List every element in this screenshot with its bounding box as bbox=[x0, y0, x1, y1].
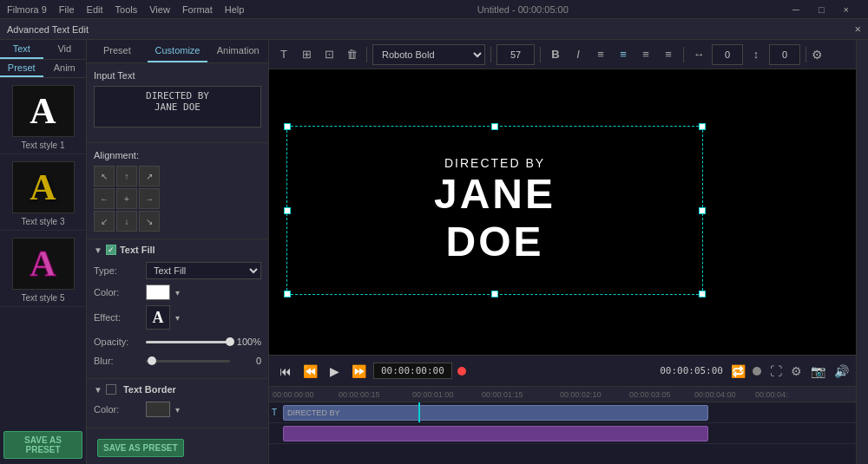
playback-dot bbox=[753, 367, 761, 376]
handle-ml[interactable] bbox=[284, 207, 291, 214]
settings-icon[interactable]: ⚙ bbox=[812, 48, 823, 62]
font-size-input[interactable] bbox=[496, 44, 535, 65]
timeline-ruler: 00:00:00:00 00:00:00:15 00:00:01:00 00:0… bbox=[269, 387, 856, 402]
spacing-icon[interactable]: ↔ bbox=[689, 45, 708, 64]
crop-icon[interactable]: ⊡ bbox=[319, 45, 339, 64]
handle-tl[interactable] bbox=[284, 123, 291, 130]
line-height-input[interactable]: 0 bbox=[769, 44, 800, 65]
align-bot-center[interactable]: ↓ bbox=[116, 211, 137, 232]
line-height-icon[interactable]: ↕ bbox=[746, 45, 766, 64]
menu-item-file[interactable]: File bbox=[59, 4, 75, 15]
camera-icon[interactable]: 📷 bbox=[811, 364, 825, 378]
align-mid-right[interactable]: → bbox=[139, 188, 160, 209]
transform-icon[interactable]: ⊞ bbox=[297, 45, 316, 64]
volume-icon[interactable]: 🔊 bbox=[834, 364, 849, 378]
border-color-dropdown-arrow[interactable]: ▾ bbox=[175, 405, 180, 415]
window-minimize[interactable]: ─ bbox=[792, 4, 799, 15]
blur-label: Blur: bbox=[94, 356, 146, 366]
text-tool-icon[interactable]: T bbox=[274, 45, 293, 64]
blur-value: 0 bbox=[230, 356, 261, 366]
justify-icon[interactable]: ≡ bbox=[659, 45, 678, 64]
menu-item-tools[interactable]: Tools bbox=[115, 4, 138, 15]
handle-tc[interactable] bbox=[491, 123, 498, 130]
align-top-left[interactable]: ↖ bbox=[94, 166, 115, 186]
tab-animation[interactable]: Animation bbox=[207, 40, 268, 62]
effect-dropdown-arrow[interactable]: ▾ bbox=[175, 313, 180, 323]
ruler-tick-6: 00:00:04:00 bbox=[694, 390, 736, 399]
handle-bl[interactable] bbox=[284, 291, 291, 297]
align-left-icon[interactable]: ≡ bbox=[591, 45, 610, 64]
text-clip[interactable]: DIRECTED BY bbox=[283, 405, 708, 421]
align-center-icon[interactable]: ≡ bbox=[614, 45, 633, 64]
color-swatch[interactable] bbox=[146, 284, 170, 300]
bold-button[interactable]: B bbox=[546, 45, 565, 64]
left-tab-bar: Text Vid bbox=[0, 40, 86, 60]
text-fill-checkbox[interactable] bbox=[106, 245, 116, 255]
step-forward-button[interactable]: ⏩ bbox=[349, 362, 368, 381]
advanced-text-edit-bar: Advanced Text Edit × bbox=[0, 19, 868, 40]
track-type-label: T bbox=[269, 408, 279, 417]
align-mid-center[interactable]: + bbox=[116, 188, 137, 209]
effect-preview[interactable]: A bbox=[146, 305, 170, 330]
handle-bc[interactable] bbox=[491, 291, 498, 297]
input-text-field[interactable]: DIRECTED BY JANE DOE bbox=[94, 86, 261, 127]
border-color-swatch[interactable] bbox=[146, 402, 170, 417]
menu-item-format[interactable]: Format bbox=[182, 4, 213, 15]
letter-spacing-input[interactable]: 0 bbox=[712, 44, 743, 65]
ruler-tick-7: 00:00:04: bbox=[755, 390, 788, 399]
text-border-checkbox[interactable] bbox=[106, 384, 116, 395]
settings2-icon[interactable]: ⚙ bbox=[791, 364, 802, 378]
tab-vid[interactable]: Vid bbox=[43, 40, 87, 59]
style-item-1[interactable]: A Text style 1 bbox=[0, 78, 86, 154]
tab-text[interactable]: Text bbox=[0, 40, 43, 59]
loop-button[interactable]: 🔁 bbox=[728, 362, 747, 381]
alignment-grid: ↖ ↑ ↗ ← + → ↙ ↓ ↘ bbox=[94, 166, 261, 232]
blur-slider[interactable] bbox=[146, 354, 230, 368]
color-dropdown-arrow[interactable]: ▾ bbox=[175, 288, 180, 297]
type-select[interactable]: Text Fill bbox=[146, 262, 261, 279]
handle-mr[interactable] bbox=[699, 207, 706, 214]
text-selection-box[interactable]: DIRECTED BY JANE DOE bbox=[286, 126, 703, 295]
skip-back-button[interactable]: ⏮ bbox=[276, 362, 295, 381]
style-item-3[interactable]: A Text style 3 bbox=[0, 154, 86, 231]
align-bot-left[interactable]: ↙ bbox=[94, 211, 115, 232]
handle-br[interactable] bbox=[699, 291, 706, 297]
text-fill-header[interactable]: ▼ Text Fill bbox=[94, 245, 261, 255]
subtab-preset[interactable]: Preset bbox=[0, 60, 43, 77]
align-bot-right[interactable]: ↘ bbox=[139, 211, 160, 232]
save-as-preset-button[interactable]: SAVE AS PRESET bbox=[3, 431, 82, 459]
fullscreen-icon[interactable]: ⛶ bbox=[770, 364, 782, 378]
step-back-button[interactable]: ⏪ bbox=[300, 362, 319, 381]
menu-item-view[interactable]: View bbox=[149, 4, 170, 15]
italic-button[interactable]: I bbox=[569, 45, 588, 64]
align-mid-left[interactable]: ← bbox=[94, 188, 115, 209]
delete-icon[interactable]: 🗑 bbox=[342, 45, 361, 64]
play-button[interactable]: ▶ bbox=[325, 362, 344, 381]
window-maximize[interactable]: □ bbox=[819, 4, 825, 15]
menu-item-filmora[interactable]: Filmora 9 bbox=[7, 4, 47, 15]
blur-thumb[interactable] bbox=[148, 356, 156, 365]
opacity-row: Opacity: 100% bbox=[94, 335, 261, 349]
effect-label: Effect: bbox=[94, 312, 146, 323]
style-item-5[interactable]: A Text style 5 bbox=[0, 231, 86, 307]
title-bar-text: Untitled - 00:00:05:00 bbox=[256, 4, 789, 15]
toolbar-separator-4 bbox=[683, 47, 684, 62]
menu-item-edit[interactable]: Edit bbox=[87, 4, 103, 15]
align-top-center[interactable]: ↑ bbox=[116, 166, 137, 186]
opacity-thumb[interactable] bbox=[226, 337, 234, 346]
purple-clip[interactable] bbox=[283, 426, 708, 441]
window-close[interactable]: × bbox=[844, 4, 849, 15]
menu-item-help[interactable]: Help bbox=[225, 4, 245, 15]
font-family-select[interactable]: Roboto Bold bbox=[372, 44, 485, 65]
handle-tr[interactable] bbox=[699, 123, 706, 130]
subtab-anim[interactable]: Anim bbox=[43, 60, 87, 77]
adv-close-button[interactable]: × bbox=[854, 23, 861, 36]
style-label-5: Text style 5 bbox=[21, 293, 64, 303]
text-border-header[interactable]: ▼ Text Border bbox=[94, 384, 261, 395]
opacity-slider[interactable] bbox=[146, 335, 230, 349]
align-right-icon[interactable]: ≡ bbox=[636, 45, 655, 64]
tab-customize[interactable]: Customize bbox=[148, 40, 208, 62]
mid-save-preset-button[interactable]: SAVE AS PRESET bbox=[97, 439, 184, 457]
tab-preset[interactable]: Preset bbox=[87, 40, 148, 62]
align-top-right[interactable]: ↗ bbox=[139, 166, 160, 186]
